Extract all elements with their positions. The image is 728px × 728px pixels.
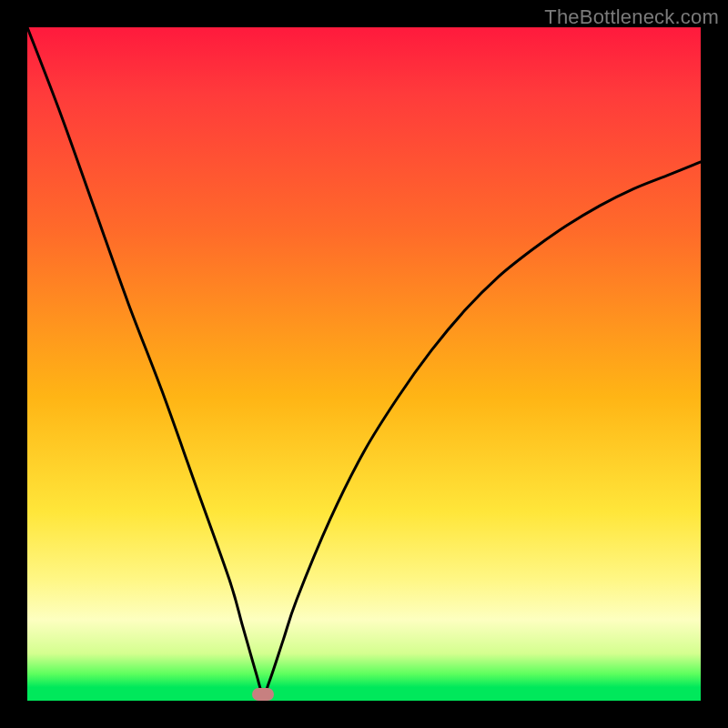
chart-frame: TheBottleneck.com	[0, 0, 728, 728]
watermark-text: TheBottleneck.com	[544, 5, 719, 29]
minimum-marker	[252, 688, 274, 701]
bottleneck-curve-svg	[27, 27, 701, 701]
plot-area	[27, 27, 701, 701]
bottleneck-curve-line	[27, 27, 701, 694]
